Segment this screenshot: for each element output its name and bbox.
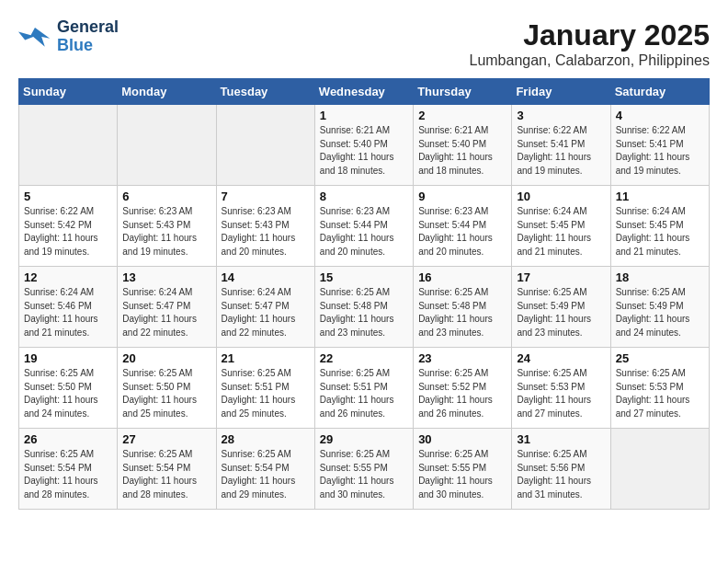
calendar-cell: 24Sunrise: 6:25 AMSunset: 5:53 PMDayligh… [512, 348, 610, 429]
calendar-cell: 11Sunrise: 6:24 AMSunset: 5:45 PMDayligh… [610, 186, 709, 267]
day-number: 4 [616, 109, 704, 122]
day-info: Sunrise: 6:25 AMSunset: 5:52 PMDaylight:… [418, 367, 506, 420]
day-info: Sunrise: 6:22 AMSunset: 5:42 PMDaylight:… [24, 205, 112, 259]
col-wednesday: Wednesday [314, 79, 413, 105]
day-number: 6 [122, 190, 210, 203]
calendar-week-row: 1Sunrise: 6:21 AMSunset: 5:40 PMDaylight… [19, 105, 710, 186]
calendar-cell [118, 105, 216, 186]
col-friday: Friday [512, 79, 610, 105]
calendar-title: January 2025 [469, 18, 710, 52]
calendar-cell [216, 105, 314, 186]
day-number: 10 [517, 190, 605, 203]
day-info: Sunrise: 6:22 AMSunset: 5:41 PMDaylight:… [517, 124, 605, 178]
calendar-cell: 31Sunrise: 6:25 AMSunset: 5:56 PMDayligh… [512, 429, 610, 510]
calendar-cell: 30Sunrise: 6:25 AMSunset: 5:55 PMDayligh… [414, 429, 512, 510]
calendar-cell: 6Sunrise: 6:23 AMSunset: 5:43 PMDaylight… [118, 186, 216, 267]
day-info: Sunrise: 6:23 AMSunset: 5:43 PMDaylight:… [122, 205, 210, 259]
day-info: Sunrise: 6:25 AMSunset: 5:53 PMDaylight:… [616, 367, 704, 420]
day-number: 25 [616, 351, 704, 365]
col-monday: Monday [118, 79, 216, 105]
calendar-cell: 10Sunrise: 6:24 AMSunset: 5:45 PMDayligh… [512, 186, 610, 267]
day-info: Sunrise: 6:23 AMSunset: 5:43 PMDaylight:… [222, 205, 310, 259]
day-number: 2 [418, 109, 506, 122]
col-sunday: Sunday [19, 79, 118, 105]
day-info: Sunrise: 6:21 AMSunset: 5:40 PMDaylight:… [320, 124, 408, 178]
col-saturday: Saturday [610, 79, 709, 105]
day-info: Sunrise: 6:22 AMSunset: 5:41 PMDaylight:… [616, 124, 704, 178]
calendar-week-row: 19Sunrise: 6:25 AMSunset: 5:50 PMDayligh… [19, 348, 710, 429]
day-number: 8 [320, 190, 408, 203]
page-header: General Blue January 2025 Lumbangan, Cal… [18, 18, 710, 69]
calendar-subtitle: Lumbangan, Calabarzon, Philippines [469, 52, 710, 69]
calendar-cell: 16Sunrise: 6:25 AMSunset: 5:48 PMDayligh… [414, 267, 512, 348]
title-area: January 2025 Lumbangan, Calabarzon, Phil… [469, 18, 710, 69]
calendar-cell: 26Sunrise: 6:25 AMSunset: 5:54 PMDayligh… [19, 429, 118, 510]
day-info: Sunrise: 6:25 AMSunset: 5:48 PMDaylight:… [320, 286, 408, 339]
day-number: 15 [320, 270, 408, 284]
day-number: 12 [24, 270, 112, 284]
day-number: 30 [418, 432, 506, 446]
day-number: 24 [517, 351, 605, 365]
calendar-week-row: 12Sunrise: 6:24 AMSunset: 5:46 PMDayligh… [19, 267, 710, 348]
day-info: Sunrise: 6:25 AMSunset: 5:54 PMDaylight:… [222, 448, 310, 501]
logo: General Blue [18, 18, 119, 55]
day-info: Sunrise: 6:25 AMSunset: 5:50 PMDaylight:… [24, 367, 112, 420]
day-number: 21 [222, 351, 310, 365]
day-number: 26 [24, 432, 112, 446]
calendar-cell: 27Sunrise: 6:25 AMSunset: 5:54 PMDayligh… [118, 429, 216, 510]
day-number: 3 [517, 109, 605, 122]
day-number: 17 [517, 270, 605, 284]
calendar-table: Sunday Monday Tuesday Wednesday Thursday… [18, 78, 710, 510]
calendar-cell: 21Sunrise: 6:25 AMSunset: 5:51 PMDayligh… [216, 348, 314, 429]
day-number: 16 [418, 270, 506, 284]
calendar-cell [610, 429, 709, 510]
day-number: 9 [418, 190, 506, 203]
day-number: 19 [24, 351, 112, 365]
calendar-cell: 1Sunrise: 6:21 AMSunset: 5:40 PMDaylight… [314, 105, 413, 186]
calendar-cell: 18Sunrise: 6:25 AMSunset: 5:49 PMDayligh… [610, 267, 709, 348]
col-thursday: Thursday [414, 79, 512, 105]
calendar-cell: 13Sunrise: 6:24 AMSunset: 5:47 PMDayligh… [118, 267, 216, 348]
day-info: Sunrise: 6:24 AMSunset: 5:46 PMDaylight:… [24, 286, 112, 339]
calendar-cell: 12Sunrise: 6:24 AMSunset: 5:46 PMDayligh… [19, 267, 118, 348]
day-info: Sunrise: 6:21 AMSunset: 5:40 PMDaylight:… [418, 124, 506, 178]
day-number: 5 [24, 190, 112, 203]
day-number: 20 [122, 351, 210, 365]
day-info: Sunrise: 6:24 AMSunset: 5:45 PMDaylight:… [616, 205, 704, 259]
day-number: 18 [616, 270, 704, 284]
day-number: 27 [122, 432, 210, 446]
svg-marker-0 [18, 28, 50, 47]
header-row: Sunday Monday Tuesday Wednesday Thursday… [19, 79, 710, 105]
calendar-cell: 23Sunrise: 6:25 AMSunset: 5:52 PMDayligh… [414, 348, 512, 429]
day-number: 14 [222, 270, 310, 284]
calendar-cell: 28Sunrise: 6:25 AMSunset: 5:54 PMDayligh… [216, 429, 314, 510]
day-info: Sunrise: 6:25 AMSunset: 5:48 PMDaylight:… [418, 286, 506, 339]
col-tuesday: Tuesday [216, 79, 314, 105]
day-number: 28 [222, 432, 310, 446]
calendar-cell: 4Sunrise: 6:22 AMSunset: 5:41 PMDaylight… [610, 105, 709, 186]
day-number: 29 [320, 432, 408, 446]
day-info: Sunrise: 6:25 AMSunset: 5:53 PMDaylight:… [517, 367, 605, 420]
day-info: Sunrise: 6:25 AMSunset: 5:50 PMDaylight:… [122, 367, 210, 420]
calendar-cell: 8Sunrise: 6:23 AMSunset: 5:44 PMDaylight… [314, 186, 413, 267]
day-number: 31 [517, 432, 605, 446]
day-info: Sunrise: 6:25 AMSunset: 5:55 PMDaylight:… [320, 448, 408, 501]
day-info: Sunrise: 6:25 AMSunset: 5:51 PMDaylight:… [222, 367, 310, 420]
calendar-cell: 19Sunrise: 6:25 AMSunset: 5:50 PMDayligh… [19, 348, 118, 429]
day-info: Sunrise: 6:23 AMSunset: 5:44 PMDaylight:… [418, 205, 506, 259]
calendar-cell [19, 105, 118, 186]
calendar-cell: 5Sunrise: 6:22 AMSunset: 5:42 PMDaylight… [19, 186, 118, 267]
calendar-cell: 17Sunrise: 6:25 AMSunset: 5:49 PMDayligh… [512, 267, 610, 348]
calendar-cell: 7Sunrise: 6:23 AMSunset: 5:43 PMDaylight… [216, 186, 314, 267]
calendar-cell: 3Sunrise: 6:22 AMSunset: 5:41 PMDaylight… [512, 105, 610, 186]
day-info: Sunrise: 6:25 AMSunset: 5:55 PMDaylight:… [418, 448, 506, 501]
calendar-cell: 2Sunrise: 6:21 AMSunset: 5:40 PMDaylight… [414, 105, 512, 186]
logo-icon [18, 23, 51, 51]
day-number: 11 [616, 190, 704, 203]
calendar-cell: 22Sunrise: 6:25 AMSunset: 5:51 PMDayligh… [314, 348, 413, 429]
calendar-week-row: 26Sunrise: 6:25 AMSunset: 5:54 PMDayligh… [19, 429, 710, 510]
day-info: Sunrise: 6:25 AMSunset: 5:49 PMDaylight:… [517, 286, 605, 339]
day-info: Sunrise: 6:24 AMSunset: 5:45 PMDaylight:… [517, 205, 605, 259]
day-number: 22 [320, 351, 408, 365]
day-info: Sunrise: 6:24 AMSunset: 5:47 PMDaylight:… [222, 286, 310, 339]
